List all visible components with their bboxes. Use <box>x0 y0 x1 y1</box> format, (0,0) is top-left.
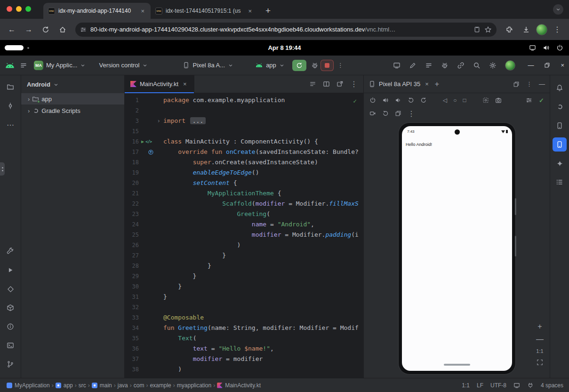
code-line[interactable]: 30 } <box>125 281 363 292</box>
screenshot-button[interactable] <box>482 97 489 104</box>
home-button[interactable] <box>56 23 70 37</box>
gesture-bar[interactable] <box>444 364 470 366</box>
code-line[interactable]: 19 enableEdgeToEdge() <box>125 168 363 178</box>
device-tab-close-icon[interactable]: × <box>424 80 430 88</box>
tabs-list-icon[interactable] <box>309 80 316 88</box>
float-panel-icon[interactable] <box>513 81 520 88</box>
device-tab[interactable]: Pixel 8a API 35 × <box>369 80 430 88</box>
screen-record-button[interactable] <box>369 110 376 117</box>
app-inspection-icon[interactable] <box>3 244 17 258</box>
breadcrumb-com[interactable]: com <box>134 382 144 389</box>
android-home-button[interactable]: ○ <box>453 97 457 104</box>
editor-more-icon[interactable]: ⋮ <box>350 80 358 88</box>
code-line[interactable]: 33@Composable <box>125 312 363 323</box>
new-tab-button[interactable]: + <box>263 6 273 16</box>
vcs-widget[interactable]: Version control <box>97 62 150 69</box>
fold-gutter-icon[interactable]: › <box>157 116 160 126</box>
code-line[interactable]: 24 name = "Android", <box>125 219 363 230</box>
code-line[interactable]: 25 modifier = Modifier.padding(i <box>125 230 363 240</box>
split-editor-icon[interactable] <box>323 80 330 88</box>
profiler-icon[interactable] <box>441 62 449 69</box>
address-bar[interactable]: 80-idx-my-android-app-1744140290428.clus… <box>75 23 497 37</box>
expand-chevron-icon[interactable]: › <box>28 107 30 114</box>
android-overview-button[interactable]: □ <box>463 97 466 104</box>
expand-chevron-icon[interactable]: › <box>28 96 30 103</box>
inspections-ok-icon[interactable]: ✓ <box>353 96 357 106</box>
gutter[interactable]: › <box>139 116 163 126</box>
gradle-tool-icon[interactable] <box>553 100 567 114</box>
display-icon[interactable] <box>529 44 536 51</box>
forward-button[interactable]: → <box>22 23 36 37</box>
code-line[interactable]: 38 ) <box>125 364 363 375</box>
emulator-screen[interactable]: 7:43 Hello Android! <box>402 126 512 371</box>
display-settings-button[interactable] <box>526 97 532 104</box>
macos-zoom-button[interactable] <box>25 6 31 12</box>
plugin-icon[interactable] <box>527 382 534 389</box>
code-line[interactable]: 36 text = "Hello $name!", <box>125 344 363 354</box>
project-tool-icon[interactable] <box>3 80 17 94</box>
more-tools-icon[interactable]: ⋯ <box>3 118 17 132</box>
build-tool-icon[interactable] <box>3 301 17 315</box>
device-selector[interactable]: Pixel 8a A... <box>181 62 235 69</box>
code-line[interactable]: 31} <box>125 292 363 302</box>
project-view-selector[interactable]: Android <box>21 75 124 93</box>
indent-widget[interactable]: 4 spaces <box>541 382 563 389</box>
editor-tab-mainactivity[interactable]: MainActivity.kt × <box>125 75 194 93</box>
tab-close-icon[interactable]: × <box>139 8 146 15</box>
url-text[interactable]: 80-idx-my-android-app-1744140290428.clus… <box>90 26 470 33</box>
project-widget[interactable]: MA My Applic... <box>32 61 88 70</box>
run-tool-icon[interactable] <box>3 263 17 277</box>
window-minimize-button[interactable]: — <box>528 62 534 69</box>
notifications-bell-icon[interactable] <box>553 81 567 95</box>
code-line[interactable]: 35 Text( <box>125 333 363 344</box>
detach-editor-icon[interactable] <box>337 80 344 88</box>
code-line[interactable]: 23 Greeting( <box>125 209 363 219</box>
ide-profile-avatar[interactable] <box>505 60 515 71</box>
code-line[interactable]: 16▶</>class MainActivity : ComponentActi… <box>125 136 363 147</box>
code-line[interactable]: 17 override fun onCreate(savedInstanceSt… <box>125 147 363 157</box>
app-quality-insights-icon[interactable] <box>3 282 17 296</box>
structure-tool-icon[interactable] <box>553 175 567 189</box>
rerun-button[interactable] <box>292 60 306 71</box>
tree-row-gradle-scripts[interactable]: › Gradle Scripts <box>21 105 124 116</box>
problems-tool-icon[interactable] <box>3 320 17 334</box>
window-restore-button[interactable] <box>544 62 550 68</box>
screen-share-icon[interactable] <box>513 382 520 389</box>
code-line[interactable]: 2 <box>125 105 363 116</box>
gutter[interactable] <box>139 147 163 157</box>
snapshots-button[interactable] <box>395 110 401 117</box>
breadcrumb-main[interactable]: main <box>92 382 112 389</box>
breadcrumb-file[interactable]: MainActivity.kt <box>217 382 261 389</box>
rotate-right-button[interactable] <box>420 97 427 104</box>
settings-gear-icon[interactable] <box>489 62 497 69</box>
line-separator-widget[interactable]: LF <box>477 382 483 389</box>
browser-tab-2[interactable]: vnc idx-test-1744140517915:1 (us × <box>151 3 258 19</box>
compose-tools-icon[interactable] <box>409 62 417 69</box>
tab-close-icon[interactable]: × <box>247 8 253 15</box>
code-line[interactable]: 21 MyApplicationTheme { <box>125 188 363 199</box>
breadcrumb-app[interactable]: app <box>56 382 73 389</box>
hide-panel-icon[interactable]: — <box>539 80 545 88</box>
android-back-button[interactable]: ◁ <box>443 97 447 104</box>
zoom-out-button[interactable]: — <box>536 336 544 343</box>
logcat-icon[interactable] <box>425 62 433 69</box>
encoding-widget[interactable]: UTF-8 <box>490 382 506 389</box>
browser-tab-1[interactable]: vnc idx-my-android-app-1744140 × <box>43 3 151 19</box>
code-line[interactable]: 20 setContent { <box>125 178 363 188</box>
bookmark-star-icon[interactable] <box>484 26 492 33</box>
panel-options-icon[interactable]: ⋮ <box>526 80 532 88</box>
power-icon[interactable] <box>556 44 563 51</box>
reset-button[interactable] <box>382 110 389 117</box>
search-everywhere-icon[interactable] <box>473 62 481 69</box>
run-more-icon[interactable]: ⋮ <box>337 62 344 69</box>
cursor-position-widget[interactable]: 1:1 <box>462 382 470 389</box>
main-menu-icon[interactable] <box>20 62 27 69</box>
commit-tool-icon[interactable] <box>3 99 17 113</box>
stop-button[interactable] <box>321 60 334 71</box>
run-config-selector[interactable]: app <box>253 62 287 69</box>
breadcrumb-myapplication[interactable]: myapplication <box>177 382 211 389</box>
downloads-icon[interactable] <box>519 23 533 37</box>
emulator-phone-frame[interactable]: 7:43 Hello Android! <box>398 122 516 375</box>
editor-tab-close-icon[interactable]: × <box>182 80 188 88</box>
volume-icon[interactable] <box>543 44 550 51</box>
